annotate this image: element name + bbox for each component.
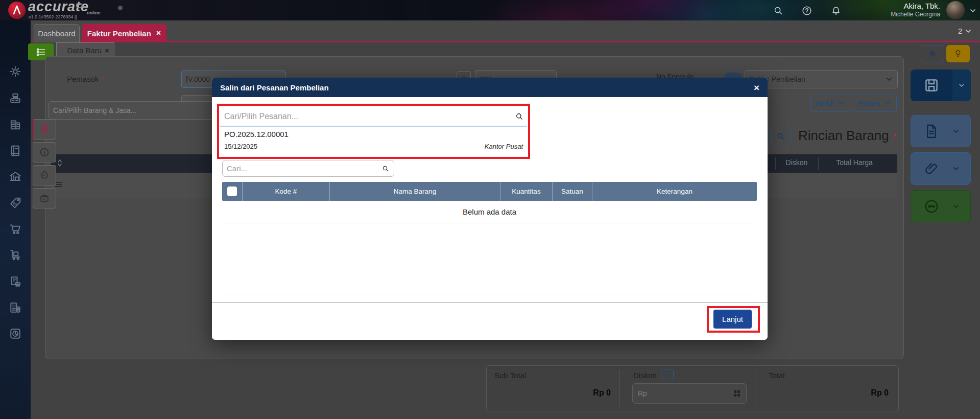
delivery-trolley-icon[interactable]: [8, 248, 22, 262]
col-keterangan: Keterangan: [592, 182, 757, 201]
subtab-label: Data Baru: [67, 46, 102, 55]
save-dropdown[interactable]: [952, 69, 971, 101]
modal-close-icon[interactable]: ×: [754, 83, 759, 92]
user-menu-chevron-icon[interactable]: [969, 7, 977, 15]
item-filter-input[interactable]: [223, 164, 366, 173]
fixed-asset-icon[interactable]: [8, 274, 22, 289]
attachment-button[interactable]: [911, 152, 971, 185]
tab-counter[interactable]: 2: [958, 27, 972, 35]
diskon-placeholder: Rp: [638, 389, 647, 398]
tab-info[interactable]: [33, 142, 56, 162]
tab-close-icon[interactable]: ×: [156, 29, 161, 38]
diskon-input[interactable]: Rp: [632, 383, 747, 404]
footer-divider: [212, 302, 768, 302]
item-filter-wrap: [222, 160, 394, 177]
settings-form-button[interactable]: [921, 45, 944, 62]
diskon-percent-badge[interactable]: %: [661, 369, 674, 379]
tab-dashboard[interactable]: Dashboard: [34, 24, 80, 42]
subtotal-label: Sub Total: [494, 371, 526, 380]
subtab-close-icon[interactable]: ×: [105, 46, 109, 55]
document-icon: [39, 123, 51, 135]
warehouse-icon[interactable]: [8, 170, 22, 184]
total-label: Total: [769, 371, 785, 380]
app-version: v1.0.1#3502-2276934 []: [29, 14, 77, 19]
cash-register-icon[interactable]: [8, 91, 22, 105]
subtotal-value: Rp 0: [494, 388, 611, 398]
tips-button[interactable]: [946, 45, 970, 62]
col-satuan: Satuan: [552, 182, 592, 201]
modal-title: Salin dari Pesanan Pembelian: [220, 83, 329, 92]
col-diskon-header: Diskon: [775, 158, 818, 167]
tab-biaya[interactable]: Rp: [33, 165, 56, 185]
calculator-icon[interactable]: [733, 389, 741, 398]
paperclip-icon: [911, 160, 952, 177]
purchase-cart-icon[interactable]: [8, 222, 22, 236]
pesanan-dropdown-item[interactable]: PO.2025.12.00001 15/12/2025 Kantor Pusat: [220, 129, 527, 157]
template-button[interactable]: [911, 115, 971, 147]
salin-pesanan-modal: Salin dari Pesanan Pembelian × PO.2025.1…: [212, 78, 768, 340]
tab-uang-muka[interactable]: DP: [33, 188, 56, 208]
tax-icon[interactable]: TAX: [8, 300, 22, 315]
more-ellipsis-icon: [911, 198, 952, 215]
search-icon[interactable]: [515, 112, 524, 121]
proses-label: Proses: [858, 99, 880, 107]
tab-faktur-label: Faktur Pembelian: [87, 29, 151, 38]
settings-icon[interactable]: [8, 64, 22, 79]
item-search-input[interactable]: [49, 101, 237, 120]
total-value: Rp 0: [769, 388, 889, 398]
pemasok-label: Pemasok *: [67, 75, 104, 83]
ambil-button[interactable]: Ambil: [810, 95, 850, 112]
rincian-search-button[interactable]: [771, 127, 791, 146]
col-kode: Kode #: [242, 182, 329, 201]
save-icon: [911, 77, 952, 94]
sort-icon[interactable]: [56, 158, 63, 168]
ledger-icon[interactable]: [8, 144, 22, 158]
company-name: Akira, Tbk.: [904, 2, 940, 10]
more-actions-button[interactable]: [911, 190, 971, 222]
list-bottom-border: [222, 294, 757, 294]
proses-button[interactable]: Proses: [853, 95, 897, 112]
help-icon[interactable]: [801, 5, 812, 16]
brand-sub: online: [87, 10, 101, 15]
tab-counter-value: 2: [958, 27, 962, 35]
dp-wallet-icon: DP: [39, 193, 50, 204]
status-dot: [118, 6, 123, 10]
select-all-checkbox[interactable]: [227, 187, 237, 196]
lanjut-button[interactable]: Lanjut: [713, 310, 752, 329]
notifications-icon[interactable]: [830, 5, 842, 16]
dirty-marker: *: [61, 43, 64, 51]
report-pie-icon[interactable]: [8, 327, 22, 341]
nav-sidebar: Rp TAX: [0, 20, 31, 419]
lightbulb-icon: [953, 49, 963, 58]
subtab-data-baru[interactable]: * Data Baru ×: [56, 42, 114, 58]
search-icon[interactable]: [381, 165, 390, 173]
svg-text:Rp: Rp: [13, 202, 17, 206]
tab-faktur-pembelian[interactable]: Faktur Pembelian ×: [82, 24, 166, 42]
rincian-title: Rincian Barang *: [798, 128, 897, 144]
col-nama-barang: Nama Barang: [329, 182, 500, 201]
col-total-harga-header: Total Harga: [818, 158, 891, 167]
totals-divider: [755, 369, 755, 407]
company-icon[interactable]: [8, 118, 22, 132]
pesanan-search-input[interactable]: [220, 112, 486, 121]
price-tag-rp-icon[interactable]: Rp: [8, 196, 22, 210]
tab-detail-barang[interactable]: [33, 119, 56, 139]
col-kuantitas: Kuantitas: [500, 182, 552, 201]
tab-dashboard-label: Dashboard: [38, 29, 75, 38]
lanjut-label: Lanjut: [722, 315, 743, 323]
save-button[interactable]: [911, 69, 971, 101]
user-name: Michelle Georgina: [891, 11, 940, 18]
search-icon[interactable]: [773, 5, 784, 16]
transaction-type-dropdown[interactable]: Faktur Pembelian: [745, 70, 898, 88]
modal-header: Salin dari Pesanan Pembelian ×: [212, 78, 768, 97]
accurate-logo-icon: [8, 2, 26, 19]
modal-table-header: Kode # Nama Barang Kuantitas Satuan Kete…: [222, 182, 757, 201]
pesanan-code: PO.2025.12.00001: [224, 130, 289, 138]
pesanan-search-wrap: [220, 107, 527, 127]
avatar[interactable]: [946, 1, 965, 20]
empty-state: Belum ada data: [222, 201, 757, 223]
top-header: accurate online v1.0.1#3502-2276934 [] A…: [0, 0, 980, 20]
document-icon: [911, 123, 952, 140]
select-all-cell: [222, 182, 242, 201]
gear-icon: [928, 49, 937, 58]
